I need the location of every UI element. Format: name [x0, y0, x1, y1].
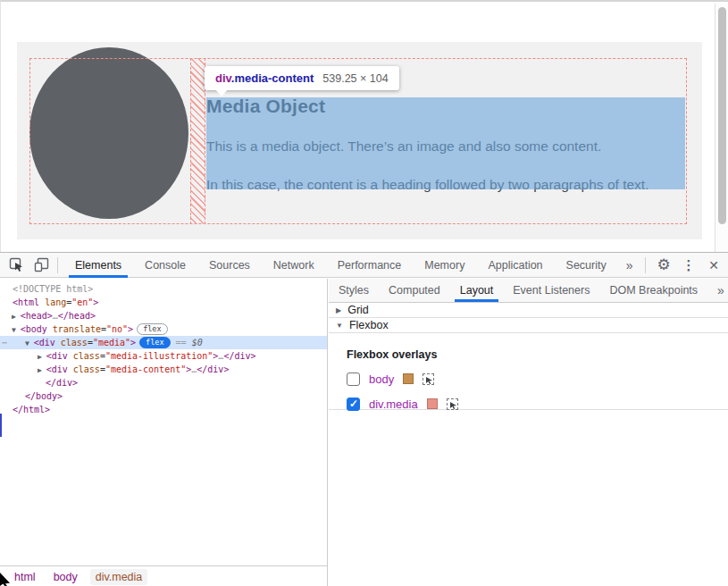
tree-row-div-media-content[interactable]: ▶ <div class="media-content">…</div> — [0, 363, 327, 376]
tab-computed[interactable]: Computed — [379, 279, 450, 302]
breadcrumb-body[interactable]: body — [48, 569, 83, 585]
flexbox-overlays-section: Flexbox overlays body div.media — [329, 333, 728, 410]
overlay-color-swatch[interactable] — [427, 398, 438, 409]
tab-console[interactable]: Console — [133, 253, 197, 278]
devtools-window: Media Object This is a media object. The… — [0, 0, 728, 586]
elements-panel: <!DOCTYPE html> <html lang="en"> ▶ <head… — [0, 279, 328, 586]
tree-row-div-media-illustration[interactable]: ▶ <div class="media-illustration">…</div… — [0, 349, 327, 363]
tree-row-body[interactable]: ▼ <body translate="no">flex — [0, 322, 327, 336]
tab-memory[interactable]: Memory — [413, 253, 476, 278]
inspect-element-icon[interactable] — [4, 254, 29, 277]
close-devtools-icon[interactable]: ✕ — [701, 254, 726, 277]
device-toolbar-icon[interactable] — [29, 254, 54, 277]
tab-event-listeners[interactable]: Event Listeners — [503, 279, 599, 302]
flexbox-section-header[interactable]: ▼ Flexbox — [329, 318, 728, 333]
devtools-panel: Elements Console Sources Network Perform… — [0, 252, 728, 586]
tree-row-doctype[interactable]: <!DOCTYPE html> — [0, 282, 327, 296]
tree-row-div-media-code: ▼ <div class="media">flex == $0 — [25, 338, 203, 347]
more-sidebar-tabs-icon[interactable]: » — [707, 279, 728, 302]
tree-row-head[interactable]: ▶ <head>…</head> — [0, 309, 327, 322]
devtools-body: <!DOCTYPE html> <html lang="en"> ▶ <head… — [0, 279, 728, 586]
more-tabs-icon[interactable]: » — [618, 253, 641, 278]
scroll-indicator-artifact — [0, 414, 2, 437]
scroll-to-element-icon[interactable] — [447, 398, 458, 410]
flex-overlay-gap-hatch — [190, 58, 205, 224]
flexbox-section-label: Flexbox — [349, 319, 389, 331]
tree-row-close-html[interactable]: </html> — [0, 403, 327, 416]
grid-section-header[interactable]: ▶ Grid — [329, 303, 728, 318]
tooltip-dimensions: 539.25 × 104 — [322, 72, 388, 85]
tab-security[interactable]: Security — [555, 253, 618, 278]
tooltip-selector: div.media-content — [215, 71, 314, 85]
grid-section-label: Grid — [347, 304, 369, 316]
tree-row-html[interactable]: <html lang="en"> — [0, 296, 327, 309]
settings-gear-icon[interactable]: ⚙ — [651, 254, 676, 277]
tab-application[interactable]: Application — [476, 253, 554, 278]
overlay-row-body: body — [347, 372, 728, 386]
breadcrumb-html[interactable]: html — [9, 569, 41, 585]
kebab-menu-icon[interactable]: ⋮ — [676, 254, 701, 277]
row-actions-ellipsis-icon[interactable]: ⋯ — [2, 336, 7, 349]
breadcrumb: html body div.media — [0, 565, 327, 586]
dom-tree: <!DOCTYPE html> <html lang="en"> ▶ <head… — [0, 279, 327, 546]
overlay-element-label[interactable]: div.media — [369, 398, 418, 411]
devtools-toolbar: Elements Console Sources Network Perform… — [0, 253, 728, 278]
overlay-element-label[interactable]: body — [369, 373, 394, 386]
tab-performance[interactable]: Performance — [326, 253, 414, 278]
scroll-to-element-icon[interactable] — [423, 373, 434, 385]
tab-elements[interactable]: Elements — [63, 253, 133, 278]
tab-network[interactable]: Network — [262, 253, 326, 278]
sidebar-tab-bar: Styles Computed Layout Event Listeners D… — [329, 279, 728, 303]
tab-styles[interactable]: Styles — [329, 279, 379, 302]
toolbar-divider — [57, 257, 58, 273]
chevron-down-icon: ▼ — [336, 322, 343, 330]
toolbar-right-controls: ⚙ ⋮ ✕ — [641, 254, 728, 277]
tree-row-close-body[interactable]: </body> — [0, 389, 327, 403]
overlay-row-div-media: div.media — [347, 397, 728, 411]
inspect-tooltip: div.media-content 539.25 × 104 — [205, 66, 399, 90]
tree-row-close-div[interactable]: </div> — [0, 376, 327, 389]
page-scrollbar[interactable] — [715, 4, 728, 252]
browser-viewport: Media Object This is a media object. The… — [0, 0, 728, 252]
overlay-color-swatch[interactable] — [403, 373, 414, 384]
devtools-tab-bar: Elements Console Sources Network Perform… — [63, 253, 641, 278]
tab-dom-breakpoints[interactable]: DOM Breakpoints — [599, 279, 707, 302]
styles-sidebar: Styles Computed Layout Event Listeners D… — [329, 279, 728, 586]
flexbox-overlay-checkbox[interactable] — [347, 398, 360, 411]
breadcrumb-div-media[interactable]: div.media — [90, 569, 148, 585]
toolbar-divider — [645, 257, 646, 273]
page-scrollbar-thumb[interactable] — [718, 7, 726, 224]
chevron-right-icon: ▶ — [336, 306, 341, 314]
flexbox-overlays-title: Flexbox overlays — [347, 348, 728, 361]
tab-sources[interactable]: Sources — [197, 253, 262, 278]
tab-layout[interactable]: Layout — [450, 279, 504, 302]
tree-row-div-media-selected[interactable]: ⋯ ▼ <div class="media">flex == $0 — [0, 336, 327, 349]
flexbox-overlay-checkbox[interactable] — [347, 373, 360, 386]
inspect-highlight — [206, 97, 685, 189]
